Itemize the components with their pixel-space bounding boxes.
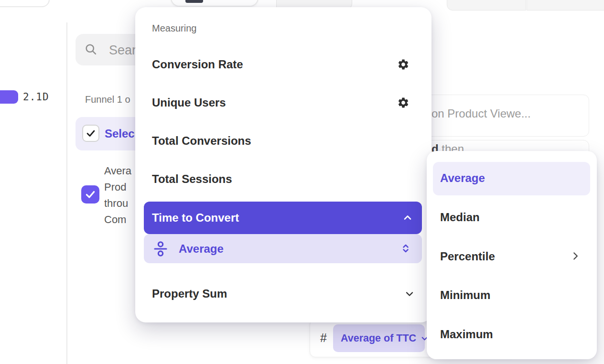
divide-icon xyxy=(152,240,169,257)
metric-badge-label: 2.1D xyxy=(23,91,49,103)
chevron-up-icon xyxy=(402,212,413,224)
funnel-label: Funnel 1 o xyxy=(85,94,130,105)
chevron-down-icon[interactable] xyxy=(404,288,415,300)
selected-item-label: Time to Convert xyxy=(152,211,239,225)
chevron-right-icon xyxy=(569,250,582,262)
event-step-label: on Product Viewe... xyxy=(431,107,531,120)
menu-item-total-conversions[interactable]: Total Conversions xyxy=(152,131,251,150)
search-icon xyxy=(84,43,97,56)
metric-selector-label: Average of TTC xyxy=(341,332,416,344)
agg-item-percentile[interactable]: Percentile xyxy=(440,247,495,266)
select-checkbox[interactable] xyxy=(82,125,99,142)
aggregation-dropdown: Average Median Percentile Minimum Maximu… xyxy=(427,151,597,359)
search-placeholder: Sear xyxy=(109,43,136,58)
agg-item-average[interactable]: Average xyxy=(440,169,485,188)
menu-item-time-to-convert-selected[interactable]: Time to Convert xyxy=(144,202,422,234)
agg-item-maximum[interactable]: Maximum xyxy=(440,325,493,344)
step-description-line: Com xyxy=(104,212,131,228)
aggregation-selected-label: Average xyxy=(179,242,224,256)
step-description: Avera Prod throu Com xyxy=(104,163,131,228)
top-toggle-indicator xyxy=(185,0,203,3)
agg-item-median[interactable]: Median xyxy=(440,208,480,227)
time-to-convert-aggregation-row[interactable]: Average xyxy=(144,234,422,263)
metric-color-badge xyxy=(0,90,18,104)
menu-item-total-sessions[interactable]: Total Sessions xyxy=(152,170,232,189)
sidebar-divider xyxy=(66,22,67,364)
step-description-line: throu xyxy=(104,195,131,212)
gear-icon[interactable] xyxy=(397,96,410,109)
top-left-card-fragment xyxy=(0,0,50,7)
select-option-label: Selec xyxy=(105,127,135,140)
measuring-dropdown xyxy=(135,7,431,322)
screen: 2.1D Sear Funnel 1 o Selec Avera Prod th… xyxy=(0,0,604,364)
metric-selector-pill[interactable]: Average of TTC xyxy=(333,324,425,352)
toolbar-segment-middle[interactable] xyxy=(447,0,526,11)
top-toggle-pill-fragment[interactable] xyxy=(171,0,259,7)
menu-item-property-sum[interactable]: Property Sum xyxy=(152,284,227,303)
step-checkbox-checked[interactable] xyxy=(81,185,99,203)
number-type-icon: # xyxy=(320,331,327,345)
unfold-more-icon xyxy=(400,243,411,254)
agg-item-minimum[interactable]: Minimum xyxy=(440,286,490,305)
gear-icon[interactable] xyxy=(397,58,410,71)
step-description-line: Prod xyxy=(104,179,131,195)
toolbar-segment-right[interactable] xyxy=(527,0,604,11)
step-description-line: Avera xyxy=(104,163,131,179)
measuring-dropdown-title: Measuring xyxy=(152,23,196,34)
menu-item-unique-users[interactable]: Unique Users xyxy=(152,93,226,112)
menu-item-conversion-rate[interactable]: Conversion Rate xyxy=(152,55,243,74)
